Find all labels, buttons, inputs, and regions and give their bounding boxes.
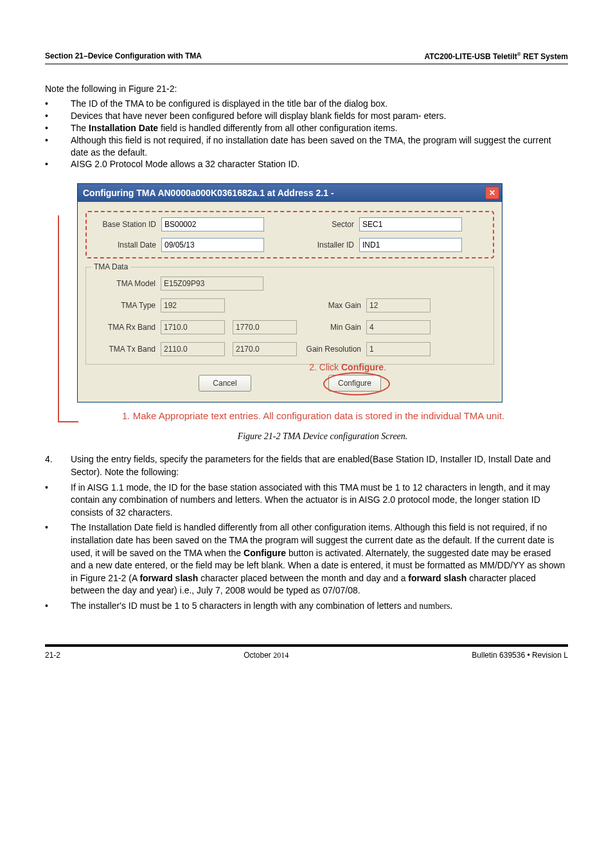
- dialog-titlebar[interactable]: Configuring TMA AN0000a000K0361682a.1 at…: [78, 184, 502, 202]
- note-item: Devices that have never been configured …: [71, 110, 568, 122]
- callout-line-1: [58, 215, 78, 422]
- close-icon[interactable]: ✕: [485, 186, 499, 199]
- note-item: The Installation Date field is handled d…: [71, 122, 568, 134]
- footer-page: 21-2: [45, 651, 60, 660]
- note-item: Although this field is not required, if …: [71, 134, 568, 159]
- base-station-id-input[interactable]: [161, 217, 264, 231]
- tma-type-label: TMA Type: [91, 301, 161, 310]
- min-gain-value: 4: [366, 320, 431, 334]
- tma-data-group: TMA Data TMA Model E15Z09P93 TMA Type 19…: [85, 262, 494, 365]
- min-gain-label: Min Gain: [297, 323, 366, 332]
- tma-data-legend: TMA Data: [91, 262, 130, 271]
- tx-band-label: TMA Tx Band: [91, 345, 161, 354]
- editable-fields-group: Base Station ID Sector Install Date Inst…: [85, 211, 494, 258]
- tma-config-dialog: Configuring TMA AN0000a000K0361682a.1 at…: [77, 183, 502, 402]
- tma-model-value: E15Z09P93: [161, 276, 263, 291]
- page-header: Section 21–Device Configuration with TMA…: [45, 51, 568, 64]
- intro-text: Note the following in Figure 21-2:: [45, 84, 568, 94]
- callout-1: 1. Make Appropriate text entries. All co…: [122, 409, 568, 422]
- installer-id-label: Installer ID: [290, 240, 359, 249]
- footer-date: October 2014: [244, 651, 289, 660]
- step-number: 4.: [45, 453, 71, 478]
- tx-band-hi: 2170.0: [233, 342, 297, 356]
- sub-item: The installer's ID must be 1 to 5 charac…: [71, 600, 568, 613]
- tma-model-label: TMA Model: [91, 279, 161, 288]
- sub-item: The Installation Date field is handled d…: [71, 521, 568, 597]
- install-date-input[interactable]: [161, 238, 264, 252]
- gain-res-label: Gain Resolution: [297, 345, 366, 354]
- max-gain-value: 12: [366, 298, 431, 312]
- rx-band-hi: 1770.0: [233, 320, 297, 334]
- note-item: The ID of the TMA to be configured is di…: [71, 98, 568, 110]
- note-item: AISG 2.0 Protocol Mode allows a 32 chara…: [71, 158, 568, 170]
- rx-band-lo: 1710.0: [161, 320, 225, 334]
- sector-input[interactable]: [359, 217, 462, 231]
- max-gain-label: Max Gain: [297, 301, 366, 310]
- installer-id-input[interactable]: [359, 238, 462, 252]
- header-right: ATC200-LITE-USB Teletilt® RET System: [425, 51, 569, 61]
- figure-caption: Figure 21-2 TMA Device configuration Scr…: [77, 431, 568, 442]
- tx-band-lo: 2110.0: [161, 342, 225, 356]
- dialog-title-text: Configuring TMA AN0000a000K0361682a.1 at…: [83, 188, 334, 198]
- page-footer: 21-2 October 2014 Bulletin 639536 • Revi…: [45, 644, 568, 660]
- gain-res-value: 1: [366, 342, 431, 356]
- sector-label: Sector: [290, 220, 359, 229]
- configure-button[interactable]: Configure: [328, 375, 381, 392]
- base-station-id-label: Base Station ID: [92, 220, 161, 229]
- cancel-button[interactable]: Cancel: [199, 375, 251, 392]
- callout-2: 2. Click Configure.: [309, 362, 386, 372]
- rx-band-label: TMA Rx Band: [91, 323, 161, 332]
- footer-bulletin: Bulletin 639536 • Revision L: [472, 651, 568, 660]
- step-text: Using the entry fields, specify the para…: [71, 453, 568, 478]
- install-date-label: Install Date: [92, 240, 161, 249]
- sub-item: If in AISG 1.1 mode, the ID for the base…: [71, 482, 568, 520]
- header-left: Section 21–Device Configuration with TMA: [45, 51, 202, 61]
- notes-list: •The ID of the TMA to be configured is d…: [45, 98, 568, 170]
- tma-type-value: 192: [161, 298, 225, 312]
